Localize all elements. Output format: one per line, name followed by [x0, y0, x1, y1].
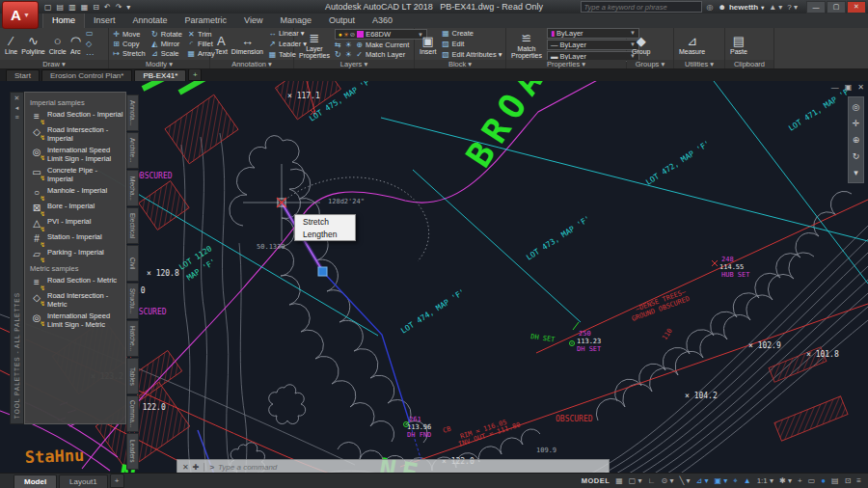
properties-panel-footer[interactable]: Properties ▾ [506, 60, 626, 68]
restore-button[interactable]: ▢ [827, 1, 846, 14]
palette-item[interactable]: ≡↯Road Section - Imperial [30, 111, 123, 122]
stretch-button[interactable]: ↦ Stretch [112, 49, 146, 59]
hardware-accel-icon[interactable]: ● [821, 474, 826, 488]
line-button[interactable]: ∕ Line [3, 29, 19, 60]
palette-item[interactable]: ▭↯Concrete Pipe - Imperial [30, 167, 123, 183]
context-menu-item[interactable]: Lengthen [295, 228, 355, 240]
clean-screen-icon[interactable]: ⊡ [845, 474, 852, 488]
measure-button[interactable]: ⊿ Measure [677, 29, 707, 60]
ribbon-tab[interactable]: Home [42, 13, 85, 28]
application-menu-button[interactable]: A ▼ [2, 1, 39, 29]
more-draw-button[interactable]: ⋯ [86, 50, 94, 60]
palette-item[interactable]: ○↯Manhole - Imperial [30, 187, 123, 199]
file-tab[interactable]: PB-EX41* [134, 69, 186, 81]
model-tab[interactable]: Model [14, 474, 57, 488]
layers-panel-footer[interactable]: Layers ▾ [294, 60, 414, 68]
new-file-icon[interactable]: ▢ [44, 3, 52, 12]
arc-button[interactable]: ◠ Arc [68, 29, 83, 60]
rectangle-button[interactable]: ▭ [86, 29, 94, 39]
copy-button[interactable]: ⊞ Copy [112, 40, 146, 49]
zoom-icon[interactable]: ⊕ [853, 135, 860, 145]
minimize-button[interactable]: — [806, 1, 826, 14]
palette-close-icon[interactable]: ✕ [14, 95, 20, 102]
pan-icon[interactable]: ✛ [853, 119, 860, 128]
circle-button[interactable]: ○ Circle [47, 29, 68, 60]
save-icon[interactable]: ▥ [68, 3, 76, 12]
palette-tab[interactable]: Mecha... [126, 170, 139, 206]
palette-tab[interactable]: Tables [126, 358, 139, 394]
file-tab[interactable]: Erosion Control Plan* [41, 69, 132, 81]
palette-tab[interactable]: Hatche... [126, 320, 139, 357]
palette-tab[interactable]: Comma... [126, 395, 139, 432]
palette-item[interactable]: ≡↯Road Section - Metric [30, 277, 123, 288]
undo-icon[interactable]: ↶ [104, 3, 111, 12]
navbar-more-icon[interactable]: ▾ [854, 168, 858, 177]
layer-select[interactable]: ●☀⊘ E68DW ▼ [335, 29, 427, 40]
annotation-scale[interactable]: 1:1 ▾ [757, 474, 773, 488]
drawing-canvas[interactable]: × 117.1LOT 475, MAP 'F'BROALOT 471, MAP … [0, 81, 868, 488]
make-current-button[interactable]: ⇆ ☀ ⊕ Make Current [335, 41, 427, 50]
move-button[interactable]: ✛ Move [112, 30, 146, 40]
help-icon[interactable]: ? ▾ [787, 3, 798, 12]
isodraft-icon[interactable]: ╲ ▾ [679, 474, 690, 488]
ribbon-tab[interactable]: Parametric [176, 14, 236, 28]
cmd-customize-icon[interactable]: ✚ [193, 463, 200, 472]
palette-item[interactable]: △↯PVI - Imperial [30, 218, 123, 230]
palette-item[interactable]: ◎↯International Speed Limit Sign - Metri… [30, 312, 123, 329]
ribbon-tab[interactable]: Output [320, 14, 364, 28]
osnap-icon[interactable]: ⊿ ▾ [695, 474, 708, 488]
layer-properties-button[interactable]: ≣ Layer Properties [297, 29, 332, 60]
edit-attributes-button[interactable]: ▧ Edit Attributes ▾ [442, 50, 502, 60]
dimension-button[interactable]: ↔ Dimension [230, 29, 265, 60]
grid-icon[interactable]: ▦ [615, 474, 623, 488]
open-file-icon[interactable]: ▤ [57, 3, 65, 12]
ribbon-tab[interactable]: Annotate [124, 14, 176, 28]
rotate-button[interactable]: ↻ Rotate [150, 30, 182, 40]
polar-icon[interactable]: ⊙ ▾ [661, 474, 673, 488]
palette-item[interactable]: ◎↯International Speed Limit Sign - Imper… [30, 147, 123, 163]
palette-tab[interactable]: Annota... [126, 95, 139, 131]
vp-close-icon[interactable]: ✕ [857, 83, 864, 92]
menu-icon[interactable]: ≡ [856, 474, 861, 488]
redo-icon[interactable]: ↷ [116, 3, 122, 12]
orbit-icon[interactable]: ↻ [853, 151, 860, 161]
isolate-icon[interactable]: ▤ [831, 474, 839, 488]
create-block-button[interactable]: ▦ Create [442, 29, 502, 39]
utilities-panel-footer[interactable]: Utilities ▾ [674, 60, 724, 68]
scale-button[interactable]: ⊿ Scale [150, 49, 182, 59]
edit-block-button[interactable]: ▨ Edit [442, 40, 502, 49]
palette-item[interactable]: ▱↯Parking - Imperial [30, 249, 123, 260]
add-layout-button[interactable]: + [110, 474, 124, 488]
palette-item[interactable]: ⊠↯Bore - Imperial [30, 203, 123, 214]
plot-icon[interactable]: ⊟ [93, 3, 99, 12]
ortho-icon[interactable]: ∟ [648, 474, 656, 488]
palette-autohide-icon[interactable]: ◂ [15, 104, 19, 112]
groups-panel-footer[interactable]: Groups ▾ [627, 60, 673, 68]
cmd-close-icon[interactable]: ✕ [182, 463, 189, 472]
ribbon-tab[interactable]: View [235, 14, 271, 28]
vp-restore-icon[interactable]: ▣ [845, 83, 853, 92]
close-button[interactable]: ✕ [847, 1, 866, 14]
ribbon-tab[interactable]: A360 [364, 14, 401, 28]
draw-panel-footer[interactable]: Draw ▾ [0, 60, 108, 68]
ribbon-tab[interactable]: Manage [271, 14, 320, 28]
block-panel-footer[interactable]: Block ▾ [415, 60, 505, 68]
save-as-icon[interactable]: ▦ [81, 3, 89, 12]
tray-icon[interactable]: ▭ [808, 474, 816, 488]
annotation-visibility-icon[interactable]: ⌖ [733, 474, 738, 488]
palette-item[interactable]: ◇↯Road Intersection - Metric [30, 292, 123, 309]
palette-tab[interactable]: Electrical [126, 207, 139, 244]
user-account-menu[interactable]: ☻ hewetth ▾ [718, 3, 764, 12]
object-color-select[interactable]: ▮ ByLayer ▼ [547, 28, 639, 39]
polyline-button[interactable]: ∿ Polyline [19, 29, 47, 60]
new-drawing-tab-button[interactable]: + [188, 68, 202, 81]
model-space-button[interactable]: MODEL [582, 476, 610, 485]
palette-tab[interactable]: Leaders [126, 433, 139, 470]
vp-minimize-icon[interactable]: — [831, 83, 839, 92]
snap-icon[interactable]: ▢ ▾ [629, 474, 642, 488]
autoscale-icon[interactable]: ▲ [744, 474, 751, 488]
command-input[interactable]: Type a command [218, 463, 277, 472]
ribbon-tab[interactable]: Insert [85, 14, 124, 28]
plus-icon[interactable]: + [798, 474, 802, 488]
qat-dropdown-icon[interactable]: ▾ [126, 3, 130, 12]
